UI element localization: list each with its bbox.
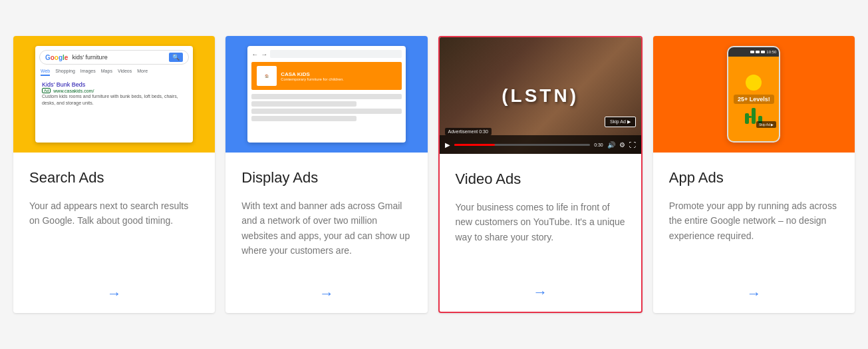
nav-tab-videos: Videos bbox=[118, 69, 132, 76]
search-ads-card[interactable]: Google kids' furniture 🔍 Web Shopping Im… bbox=[13, 36, 215, 312]
display-ads-arrow-container: → bbox=[225, 269, 427, 313]
video-time: 0:30 bbox=[594, 143, 603, 147]
search-ads-title: Search Ads bbox=[29, 169, 199, 188]
placeholder-2 bbox=[251, 101, 357, 107]
phone-screen: 25+ Levels! Skip Ad ▶ bbox=[728, 57, 779, 141]
video-ads-arrow-button[interactable]: → bbox=[522, 278, 558, 306]
volume-icon: 🔊 bbox=[607, 141, 615, 149]
result-url-text: www.casakids.com/ bbox=[53, 89, 94, 93]
search-ads-arrow-container: → bbox=[13, 269, 215, 313]
app-ads-card[interactable]: 10:50 25+ Levels! Skip Ad ▶ Ap bbox=[653, 36, 855, 312]
phone-status-bar: 10:50 bbox=[728, 47, 779, 57]
nav-tab-images: Images bbox=[80, 69, 96, 76]
search-result: Kids' Bunk Beds Ad www.casakids.com/ Cus… bbox=[39, 80, 189, 107]
video-ads-card[interactable]: YouTube (LSTN) Advertisement 0:30 Skip A… bbox=[438, 36, 643, 312]
progress-bar bbox=[454, 144, 591, 146]
play-icon: ▶ bbox=[445, 141, 450, 149]
back-btn: ← bbox=[251, 51, 258, 58]
search-ads-image: Google kids' furniture 🔍 Web Shopping Im… bbox=[13, 36, 215, 153]
video-mock: YouTube (LSTN) Advertisement 0:30 Skip A… bbox=[440, 37, 641, 154]
nav-tab-web: Web bbox=[41, 69, 50, 76]
video-brand: (LSTN) bbox=[502, 85, 579, 107]
ad-label: Ad bbox=[42, 88, 51, 93]
search-ads-description: Your ad appears next to search results o… bbox=[29, 198, 199, 258]
signal-icon bbox=[756, 51, 760, 53]
video-ads-arrow-container: → bbox=[440, 268, 641, 312]
app-ads-description: Promote your app by running ads across t… bbox=[669, 198, 839, 258]
skip-ad-button[interactable]: Skip Ad ▶ bbox=[605, 117, 636, 127]
browser-nav: ← → bbox=[251, 50, 401, 58]
banner-ad: 🏠 CASA KiDS Contemporary furniture for c… bbox=[251, 62, 401, 90]
search-bar: Google kids' furniture 🔍 bbox=[39, 50, 189, 65]
search-query-text: kids' furniture bbox=[72, 54, 169, 61]
brand-name: (LSTN) bbox=[502, 85, 579, 107]
video-ads-content: Video Ads Your business comes to life in… bbox=[440, 154, 641, 267]
phone-skip-button[interactable]: Skip Ad ▶ bbox=[756, 121, 776, 128]
battery-icon bbox=[761, 51, 765, 53]
result-url: Ad www.casakids.com/ bbox=[42, 88, 186, 93]
banner-img: 🏠 bbox=[257, 66, 277, 86]
nav-tab-maps: Maps bbox=[101, 69, 112, 76]
video-ads-image: YouTube (LSTN) Advertisement 0:30 Skip A… bbox=[440, 37, 641, 154]
video-controls: ▶ 0:30 🔊 ⚙ ⛶ bbox=[440, 135, 641, 154]
display-ads-content: Display Ads With text and banner ads acr… bbox=[225, 153, 427, 268]
app-ads-arrow-container: → bbox=[653, 269, 855, 313]
cactus-1 bbox=[745, 113, 749, 124]
fullscreen-icon: ⛶ bbox=[629, 141, 636, 149]
display-ads-title: Display Ads bbox=[241, 169, 411, 188]
app-ads-title: App Ads bbox=[669, 169, 839, 188]
cards-container: Google kids' furniture 🔍 Web Shopping Im… bbox=[13, 36, 855, 312]
url-bar bbox=[270, 50, 401, 58]
app-ads-image: 10:50 25+ Levels! Skip Ad ▶ bbox=[653, 36, 855, 153]
nav-tab-shopping: Shopping bbox=[55, 69, 75, 76]
placeholder-1 bbox=[251, 94, 401, 99]
search-mock-browser: Google kids' furniture 🔍 Web Shopping Im… bbox=[35, 46, 193, 143]
display-ads-card[interactable]: ← → 🏠 CASA KiDS Contemporary furniture f… bbox=[225, 36, 427, 312]
settings-icon: ⚙ bbox=[619, 141, 625, 149]
app-levels-text: 25+ Levels! bbox=[734, 95, 774, 104]
video-ads-title: Video Ads bbox=[456, 170, 625, 189]
search-submit-icon: 🔍 bbox=[169, 53, 183, 62]
placeholder-3 bbox=[251, 109, 401, 114]
ad-badge: Advertisement 0:30 bbox=[445, 128, 492, 135]
search-ads-content: Search Ads Your ad appears next to searc… bbox=[13, 153, 215, 268]
sun-decoration bbox=[746, 75, 762, 91]
video-ads-description: Your business comes to life in front of … bbox=[456, 200, 625, 257]
display-mock-browser: ← → 🏠 CASA KiDS Contemporary furniture f… bbox=[247, 46, 405, 143]
result-title: Kids' Bunk Beds bbox=[42, 81, 186, 88]
google-logo: Google bbox=[45, 54, 68, 61]
search-ads-arrow-button[interactable]: → bbox=[96, 280, 132, 308]
progress-fill bbox=[454, 144, 495, 146]
display-ads-description: With text and banner ads across Gmail an… bbox=[241, 198, 411, 258]
banner-text: CASA KiDS Contemporary furniture for chi… bbox=[281, 71, 396, 81]
nav-tab-more: More bbox=[137, 69, 148, 76]
placeholder-4 bbox=[251, 116, 357, 121]
banner-title: CASA KiDS bbox=[281, 71, 396, 77]
app-ads-content: App Ads Promote your app by running ads … bbox=[653, 153, 855, 268]
display-ads-image: ← → 🏠 CASA KiDS Contemporary furniture f… bbox=[225, 36, 427, 153]
result-desc: Custom kids rooms and furniture with bun… bbox=[42, 93, 186, 105]
cactus-2 bbox=[752, 108, 756, 124]
wifi-icon bbox=[750, 51, 754, 53]
display-ads-arrow-button[interactable]: → bbox=[309, 280, 345, 308]
forward-btn: → bbox=[261, 51, 267, 58]
banner-subtitle: Contemporary furniture for children. bbox=[281, 77, 396, 81]
time-display: 10:50 bbox=[766, 50, 776, 54]
nav-tabs: Web Shopping Images Maps Videos More bbox=[39, 69, 189, 76]
app-ads-arrow-button[interactable]: → bbox=[736, 280, 772, 308]
mock-phone: 10:50 25+ Levels! Skip Ad ▶ bbox=[727, 46, 780, 143]
